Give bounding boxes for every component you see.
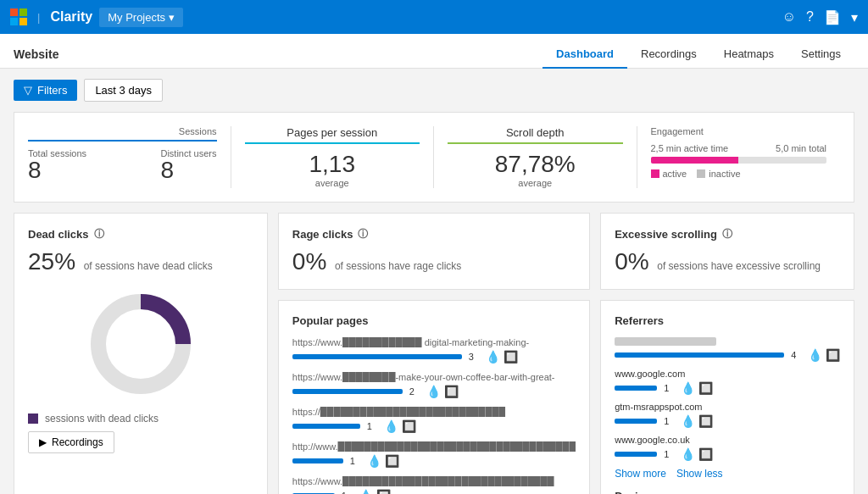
document-icon[interactable]: 📄 [824, 9, 841, 25]
ref-bar-row-3: 1 💧 🔲 [615, 414, 840, 428]
total-sessions-col: Total sessions 8 [28, 148, 86, 182]
engagement-section: Engagement 2,5 min active time 5,0 min t… [637, 126, 841, 188]
filter-label: Filters [37, 84, 67, 97]
popular-pages-card: Popular pages https://www.████████████ d… [278, 300, 590, 494]
total-sessions-value: 8 [28, 158, 86, 182]
ref-item: www.google.co.uk 1 💧 🔲 [615, 435, 840, 461]
engagement-bar-track [651, 157, 827, 164]
engagement-bar-active [651, 157, 739, 164]
days-button[interactable]: Last 3 days [84, 79, 163, 102]
page-url-3: https://████████████████████████████ [292, 407, 576, 417]
brand-divider: | [37, 11, 40, 24]
filters-button[interactable]: ▽ Filters [14, 80, 77, 101]
smiley-icon[interactable]: ☺ [782, 9, 796, 25]
rage-clicks-desc: of sessions have rage clicks [335, 260, 461, 272]
show-less-referrers[interactable]: Show less [676, 468, 723, 480]
page-bar-row-2: 2 💧 🔲 [292, 385, 576, 398]
rage-clicks-stat: 0% of sessions have rage clicks [292, 248, 576, 275]
inactive-dot [697, 169, 705, 178]
page-url-5: https://www.████████████████████████████… [292, 476, 576, 486]
rage-clicks-card: Rage clicks ⓘ 0% of sessions have rage c… [278, 213, 590, 290]
page-icons-3[interactable]: 💧 🔲 [384, 419, 416, 433]
engagement-total-label: 5,0 min total [776, 143, 826, 153]
excessive-scrolling-desc: of sessions have excessive scrolling [657, 260, 821, 272]
active-label: active [663, 169, 687, 179]
ref-bar-4 [615, 452, 657, 457]
ref-item: www.google.com 1 💧 🔲 [615, 369, 840, 395]
projects-button[interactable]: My Projects ▾ [99, 8, 183, 27]
sessions-row: Total sessions 8 Distinct users 8 [28, 148, 217, 182]
page-count-3: 1 [367, 421, 377, 431]
distinct-users-value: 8 [160, 158, 216, 182]
devices-section: Devices [615, 490, 840, 494]
ref-bar-row-2: 1 💧 🔲 [615, 381, 840, 395]
brand-name: Clarity [50, 9, 92, 25]
ref-count-3: 1 [664, 416, 674, 426]
overflow-icon[interactable]: ▾ [851, 9, 858, 25]
page-icons-2[interactable]: 💧 🔲 [426, 385, 459, 398]
rage-clicks-info-icon[interactable]: ⓘ [358, 227, 368, 241]
pages-section: Pages per session 1,13 average [231, 126, 435, 188]
dead-clicks-desc: of sessions have dead clicks [84, 260, 213, 272]
ref-domain-4: www.google.co.uk [615, 435, 840, 445]
page-count-4: 1 [350, 456, 360, 466]
projects-chevron-icon: ▾ [169, 11, 175, 24]
referrers-card: Referrers 4 💧 🔲 www.google.com [600, 300, 854, 494]
ref-domain-1 [615, 337, 716, 346]
page-icons-4[interactable]: 💧 🔲 [367, 454, 399, 468]
ref-domain-2: www.google.com [615, 369, 840, 379]
recordings-label: Recordings [52, 436, 103, 448]
popular-pages-list: https://www.████████████ digital-marketi… [292, 337, 576, 494]
excessive-scrolling-pct: 0% [615, 248, 648, 275]
days-label: Last 3 days [95, 84, 152, 97]
page-bar-row-3: 1 💧 🔲 [292, 419, 576, 433]
sessions-section: Sessions Total sessions 8 Distinct users… [28, 126, 231, 188]
page-item: https://www.████████████ digital-marketi… [292, 337, 576, 364]
excessive-scrolling-card: Excessive scrolling ⓘ 0% of sessions hav… [600, 213, 854, 290]
engagement-labels: active inactive [651, 169, 827, 179]
active-dot [651, 169, 659, 178]
tab-heatmaps[interactable]: Heatmaps [710, 41, 787, 69]
tab-settings[interactable]: Settings [787, 41, 854, 69]
help-icon[interactable]: ? [806, 9, 814, 25]
ref-icons-3[interactable]: 💧 🔲 [681, 414, 713, 428]
pages-label: Pages per session [287, 126, 377, 139]
page-item: https://████████████████████████████ 1 💧… [292, 407, 576, 433]
microsoft-logo [10, 8, 27, 25]
page-bar-row-1: 3 💧 🔲 [292, 350, 576, 364]
ref-icons-4[interactable]: 💧 🔲 [681, 447, 713, 461]
right-col: Excessive scrolling ⓘ 0% of sessions hav… [600, 213, 854, 494]
dead-clicks-info-icon[interactable]: ⓘ [94, 227, 104, 241]
excessive-scrolling-stat: 0% of sessions have excessive scrolling [615, 248, 840, 275]
referrers-list: 4 💧 🔲 www.google.com 1 💧 🔲 gtm-m [615, 337, 840, 461]
pages-avg: average [245, 178, 420, 188]
page-count-5: 1 [342, 491, 352, 494]
middle-col: Rage clicks ⓘ 0% of sessions have rage c… [278, 213, 590, 494]
page-url-2: https://www.████████-make-your-own-coffe… [292, 372, 576, 382]
engagement-active-label: 2,5 min active time [651, 143, 729, 153]
tab-dashboard[interactable]: Dashboard [542, 41, 627, 69]
page-icons-5[interactable]: 💧 🔲 [359, 489, 391, 494]
ref-count-2: 1 [664, 383, 674, 393]
ref-icons-1[interactable]: 💧 🔲 [808, 348, 840, 362]
dead-clicks-stat: 25% of sessions have dead clicks [28, 248, 253, 275]
page-bar-2 [292, 389, 403, 394]
page-count-2: 2 [409, 386, 420, 397]
dead-clicks-legend-square [28, 414, 38, 424]
topnav-left: | Clarity My Projects ▾ [10, 8, 183, 27]
excessive-scrolling-info-icon[interactable]: ⓘ [722, 227, 732, 241]
page-count-1: 3 [469, 352, 479, 362]
page-icons-1[interactable]: 💧 🔲 [486, 350, 518, 364]
ref-count-1: 4 [791, 350, 801, 360]
ref-icons-2[interactable]: 💧 🔲 [681, 381, 713, 395]
toolbar: ▽ Filters Last 3 days [0, 69, 868, 112]
tab-recordings[interactable]: Recordings [627, 41, 710, 69]
page-bar-1 [292, 354, 462, 359]
stats-card: Sessions Total sessions 8 Distinct users… [14, 112, 854, 203]
recordings-button[interactable]: ▶ Recordings [28, 431, 114, 453]
top-navigation: | Clarity My Projects ▾ ☺ ? 📄 ▾ [0, 0, 868, 34]
page-bar-4 [292, 458, 343, 463]
ref-domain-3: gtm-msrappspot.com [615, 402, 840, 412]
show-more-referrers[interactable]: Show more [615, 468, 666, 480]
rage-clicks-title: Rage clicks ⓘ [292, 227, 576, 241]
